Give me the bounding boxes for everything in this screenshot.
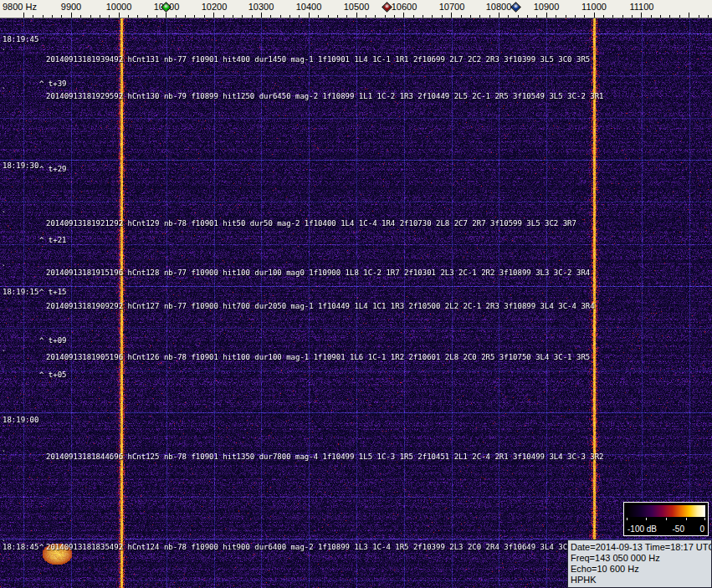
time-offset-marker: ^ xyxy=(39,543,44,552)
event-log-line: 20140913181929592 hCnt130 nb-79 f10899 h… xyxy=(46,92,603,101)
ruler-tick xyxy=(622,15,623,18)
colorbar-tick xyxy=(627,518,627,520)
ruler-label: 11000 xyxy=(581,2,607,12)
ruler-tick xyxy=(385,15,386,18)
ruler-label: 10500 xyxy=(344,2,370,12)
colorbar-mid-label: -50 xyxy=(673,524,684,534)
ruler-tick xyxy=(612,15,613,18)
ruler-tick xyxy=(280,15,281,18)
time-offset-marker: ^ t+15 xyxy=(39,288,67,297)
ruler-tick xyxy=(299,15,300,18)
ruler-tick xyxy=(660,15,661,18)
ruler-tick xyxy=(708,15,709,18)
info-line: Date=2014-09-13 Time=18:17 UTC xyxy=(571,542,709,553)
ruler-tick xyxy=(337,15,338,18)
time-label: 18:19:00 xyxy=(3,416,38,425)
blue-marker-diamond[interactable] xyxy=(510,2,521,13)
ruler-tick xyxy=(194,15,195,18)
colorbar-gradient xyxy=(627,505,705,517)
time-offset-marker: ^ t+09 xyxy=(39,336,67,345)
spectrogram-overlay: 18:19:4518:19:3018:19:1518:19:0018:18:45… xyxy=(0,18,712,588)
event-log-line: 20140913181939492 hCnt131 nb-77 f10901 h… xyxy=(46,55,590,64)
colorbar-max-label: 0 xyxy=(699,524,704,534)
ruler-tick xyxy=(61,15,62,18)
event-log-line: 20140913181921292 hCnt129 nb-78 f10901 h… xyxy=(46,219,576,228)
ruler-tick xyxy=(100,15,100,18)
ruler-tick xyxy=(451,13,452,18)
colorbar-labels: -100 dB -50 0 xyxy=(624,524,708,534)
ruler-tick xyxy=(584,15,585,18)
colorbar-min-label: -100 dB xyxy=(627,524,657,534)
ruler-tick xyxy=(470,15,471,18)
time-offset-marker: ^ t+21 xyxy=(39,236,67,245)
ruler-label: 10400 xyxy=(296,2,322,12)
ruler-tick xyxy=(442,15,443,18)
ruler-tick xyxy=(109,15,110,18)
ruler-tick xyxy=(632,15,633,18)
ruler-tick xyxy=(356,13,357,18)
colorbar-tick xyxy=(646,518,647,520)
edge-tick: ` xyxy=(2,211,6,220)
ruler-tick xyxy=(213,13,214,18)
ruler-tick xyxy=(204,15,205,18)
ruler-tick xyxy=(128,15,129,18)
ruler-tick xyxy=(651,15,652,18)
time-label: 18:19:30 xyxy=(3,161,38,171)
ruler-tick xyxy=(575,15,576,18)
ruler-tick xyxy=(289,15,290,18)
edge-tick: ` xyxy=(2,49,6,58)
ruler-label: 9900 xyxy=(61,2,81,12)
ruler-tick xyxy=(233,15,233,18)
ruler-tick xyxy=(318,15,319,18)
event-log-line: 20140913181909292 hCnt127 nb-77 f10900 h… xyxy=(46,302,595,311)
ruler-tick xyxy=(641,13,642,18)
ruler-label: 10900 xyxy=(534,2,560,12)
time-offset-marker: ^ t+29 xyxy=(39,165,67,174)
ruler-tick xyxy=(43,15,44,18)
info-line: Echo=10 600 Hz xyxy=(571,564,709,575)
ruler-tick xyxy=(556,15,556,18)
ruler-tick xyxy=(508,15,509,18)
ruler-label: 10800 xyxy=(486,2,512,12)
ruler-tick xyxy=(223,15,224,18)
frequency-ruler[interactable]: 9800 Hz990010000101001020010300104001050… xyxy=(0,0,712,18)
event-log-line: 20140913181835492 hCnt124 nb-78 f10900 h… xyxy=(46,543,572,552)
ruler-tick xyxy=(679,15,680,18)
time-label: 18:19:45 xyxy=(3,35,38,44)
event-log-line: 20140913181915196 hCnt128 nb-77 f10900 h… xyxy=(46,268,590,278)
ruler-tick xyxy=(566,15,566,18)
info-line: Freq=143 050 000 Hz xyxy=(571,553,709,564)
ruler-tick xyxy=(669,15,670,18)
colorbar: -100 dB -50 0 xyxy=(623,502,709,536)
event-log-line: 20140913181844696 hCnt125 nb-78 f10901 h… xyxy=(46,453,603,462)
ruler-tick xyxy=(90,15,91,18)
time-label: 18:19:15 xyxy=(3,288,38,297)
ruler-tick xyxy=(394,15,395,18)
ruler-tick xyxy=(252,15,253,18)
ruler-tick xyxy=(261,13,262,18)
ruler-label: 10600 xyxy=(392,2,417,12)
ruler-tick xyxy=(147,15,148,18)
ruler-tick xyxy=(375,15,376,18)
ruler-label: 9800 Hz xyxy=(3,2,37,12)
ruler-tick xyxy=(309,13,310,18)
ruler-tick xyxy=(432,15,433,18)
ruler-tick xyxy=(346,15,347,18)
edge-tick: ` xyxy=(2,350,6,359)
ruler-tick xyxy=(23,13,24,18)
spectrogram: 18:19:4518:19:3018:19:1518:19:0018:18:45… xyxy=(0,18,712,588)
ruler-tick xyxy=(119,13,120,18)
ruler-label: 11100 xyxy=(630,2,654,12)
ruler-tick xyxy=(518,15,519,18)
ruler-tick xyxy=(489,15,490,18)
colorbar-tick xyxy=(686,518,687,520)
ruler-tick xyxy=(423,15,423,18)
ruler-tick xyxy=(527,15,528,18)
ruler-tick xyxy=(176,15,177,18)
time-offset-marker: ^ t+39 xyxy=(39,79,67,89)
ruler-tick xyxy=(499,13,499,18)
ruler-tick xyxy=(536,15,537,18)
ruler-tick xyxy=(156,15,157,18)
info-panel: Date=2014-09-13 Time=18:17 UTCFreq=143 0… xyxy=(567,539,712,588)
ruler-tick xyxy=(80,15,81,18)
